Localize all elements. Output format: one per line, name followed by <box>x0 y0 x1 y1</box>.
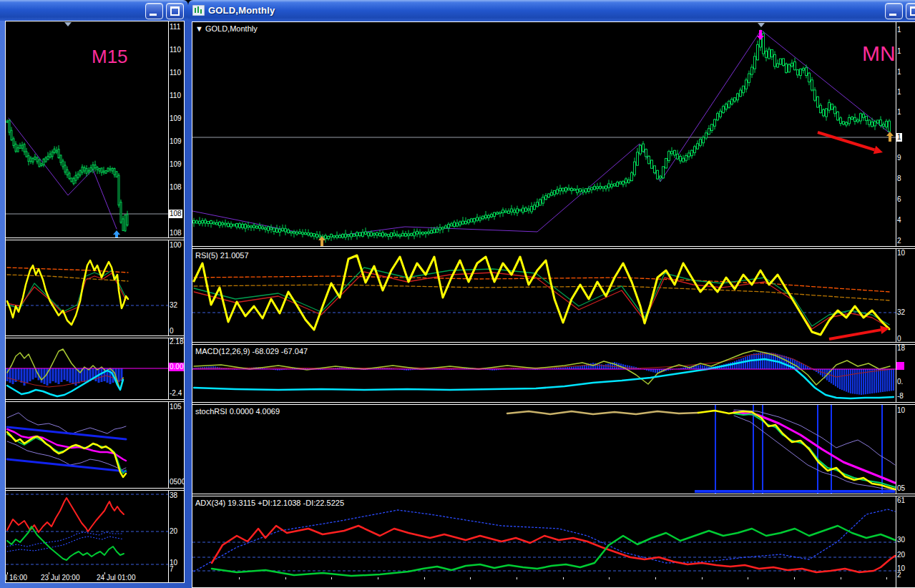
main-price-panel: MN▼ GOLD,Monthly 11111198642 <box>192 22 915 246</box>
main-rsi-plot[interactable] <box>192 249 896 342</box>
time-tick <box>748 577 748 579</box>
time-tick <box>563 577 564 579</box>
axis-tick-label: 105 <box>170 403 182 411</box>
time-scale[interactable] <box>192 577 896 587</box>
axis-tick-label: 8 <box>897 175 901 183</box>
axis-tick-label: 0 <box>170 327 174 335</box>
axis-tick-label: 1 <box>897 88 901 97</box>
main-macd-axis[interactable]: 180.-8 <box>896 345 915 402</box>
axis-tick-label: -8 <box>897 392 904 401</box>
indicator-label: MACD(12,26,9) -68.029 -67.047 <box>195 347 308 356</box>
axis-tick-label: 05 <box>897 484 905 493</box>
main-adx-panel: ADX(34) 19.3115 +DI:12.1038 -DI:22.5225 … <box>192 496 915 577</box>
time-label: l 16:00 <box>6 574 27 582</box>
time-label: 24 Jul 01:00 <box>97 574 136 582</box>
axis-tick-label <box>896 362 904 370</box>
indicator-label: ADX(34) 19.3115 +DI:12.1038 -DI:22.5225 <box>195 499 344 507</box>
maximize-button[interactable] <box>906 3 915 19</box>
axis-tick-label: 108 <box>170 229 182 237</box>
axis-tick-label: 1 <box>897 68 901 77</box>
main-rsi-axis[interactable]: 10320 <box>896 249 915 342</box>
axis-tick-label: 110 <box>170 46 181 54</box>
minimize-button[interactable] <box>885 3 903 19</box>
axis-tick-label: 0. <box>897 378 903 386</box>
main-window-titlebar[interactable]: GOLD,Monthly <box>188 0 915 22</box>
left-macd-plot[interactable] <box>6 338 168 399</box>
axis-corner <box>168 572 184 582</box>
left-time-axis[interactable]: l 16:0023 Jul 20:0024 Jul 01:00 <box>6 572 184 582</box>
maximize-icon <box>910 6 915 16</box>
left-channel-axis[interactable]: 1050500 <box>168 402 184 488</box>
time-tick <box>285 577 286 579</box>
time-tick <box>886 577 887 579</box>
time-tick <box>655 577 656 579</box>
axis-tick-label: 108 <box>169 210 182 218</box>
left-rsi-axis[interactable]: 100320 <box>168 240 184 335</box>
axis-corner <box>896 577 915 587</box>
main-window-body: MN▼ GOLD,Monthly 11111198642 RSI(5) 21.0… <box>188 21 915 588</box>
axis-tick-label: -2.4 <box>170 389 182 398</box>
chart-icon <box>192 5 205 16</box>
left-price-plot[interactable]: M15 <box>6 21 168 237</box>
left-adx-plot[interactable] <box>6 491 168 572</box>
axis-tick-label: 109 <box>170 114 182 123</box>
time-scale[interactable]: l 16:0023 Jul 20:0024 Jul 01:00 <box>6 572 168 582</box>
svg-text:M15: M15 <box>92 46 128 67</box>
axis-tick-label: 1 <box>896 133 902 142</box>
left-adx-axis[interactable]: 3820107 <box>168 491 184 572</box>
time-tick <box>239 577 240 579</box>
axis-tick-label: 10 <box>897 249 905 258</box>
left-window-titlebar[interactable] <box>0 0 188 21</box>
time-tick <box>517 577 517 579</box>
time-label: 23 Jul 20:00 <box>41 574 80 582</box>
axis-tick-label: 111 <box>170 23 180 31</box>
time-tick <box>331 577 332 579</box>
left-adx-panel: 3820107 <box>6 491 184 572</box>
left-rsi-panel: 100320 <box>6 240 184 335</box>
maximize-button[interactable] <box>166 3 184 19</box>
axis-tick-label: 0.00 <box>169 363 184 371</box>
left-rsi-plot[interactable] <box>6 240 168 335</box>
minimize-icon <box>150 14 157 16</box>
minimize-icon <box>889 14 896 16</box>
time-tick <box>424 577 425 579</box>
axis-tick-label: 10 <box>897 406 905 415</box>
axis-tick-label: 100 <box>170 241 182 250</box>
main-adx-plot[interactable] <box>192 496 896 577</box>
left-channel-plot[interactable] <box>6 402 168 488</box>
axis-tick-label: 110 <box>170 69 181 77</box>
axis-tick-label: 38 <box>170 491 177 500</box>
time-tick <box>378 577 378 579</box>
main-time-axis[interactable] <box>192 577 915 587</box>
left-chart-area: M15 111110110110109109109108108108 10032… <box>5 21 185 583</box>
time-tick <box>794 577 795 579</box>
minimize-button[interactable] <box>145 3 163 19</box>
axis-tick-label: 18 <box>897 345 905 353</box>
axis-tick-label: 20 <box>170 527 177 536</box>
axis-tick-label: 108 <box>170 183 182 192</box>
axis-tick-label: 32 <box>170 301 177 310</box>
axis-tick-label: 2.18 <box>170 338 183 346</box>
axis-tick-label: 0500 <box>170 478 184 486</box>
main-rsi-panel: RSI(5) 21.0057 10320 <box>192 249 915 342</box>
axis-tick-label: 20 <box>897 551 905 559</box>
axis-tick-label: 30 <box>897 536 905 544</box>
main-stochrsi-axis[interactable]: 1005 <box>896 405 915 494</box>
axis-tick-label: 61 <box>897 496 905 505</box>
left-channel-panel: 1050500 <box>6 402 184 488</box>
symbol-label[interactable]: ▼ GOLD,Monthly <box>195 24 258 33</box>
axis-tick-label: 1 <box>897 108 901 117</box>
main-adx-axis[interactable]: 613020102 <box>896 496 915 577</box>
time-tick <box>470 577 471 579</box>
left-macd-axis[interactable]: 2.180.00-2.4 <box>168 338 184 399</box>
main-price-axis[interactable]: 11111198642 <box>896 22 915 246</box>
window-title: GOLD,Monthly <box>208 5 275 16</box>
main-price-plot[interactable]: MN <box>192 22 896 246</box>
desktop: M15 111110110110109109109108108108 10032… <box>0 0 915 588</box>
main-stochrsi-plot[interactable] <box>192 405 896 494</box>
left-price-axis[interactable]: 111110110110109109109108108108 <box>168 21 184 237</box>
main-chart-area: MN▼ GOLD,Monthly 11111198642 RSI(5) 21.0… <box>192 21 915 588</box>
left-chart-window: M15 111110110110109109109108108108 10032… <box>0 0 188 588</box>
svg-text:MN: MN <box>862 41 896 65</box>
axis-tick-label: 4 <box>897 216 901 225</box>
